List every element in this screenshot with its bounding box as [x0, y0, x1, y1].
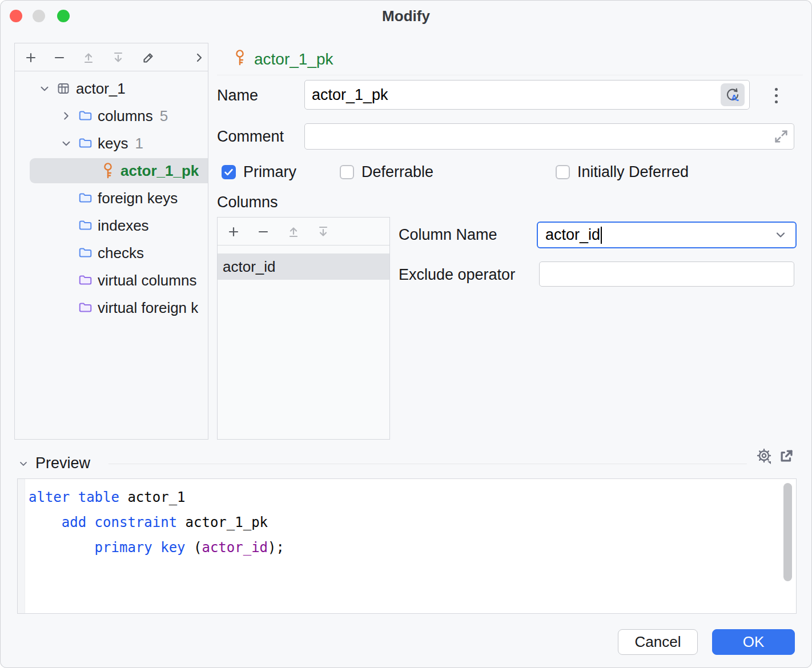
tree-toolbar — [15, 43, 208, 71]
folder-blue-icon — [78, 246, 93, 260]
move-up-icon — [82, 51, 95, 65]
move-up-button[interactable] — [78, 48, 99, 67]
rename-refactor-button[interactable]: A — [721, 83, 745, 106]
sql-code-line: primary key (actor_id); — [29, 535, 284, 560]
move-down-button[interactable] — [313, 222, 333, 242]
scrollbar-thumb[interactable] — [783, 483, 792, 581]
tree-item-actor_1_pk[interactable]: actor_1_pk — [15, 157, 208, 184]
ok-button[interactable]: OK — [712, 629, 795, 655]
tree-item-label: virtual columns — [98, 272, 196, 289]
kebab-menu-button[interactable] — [770, 84, 782, 107]
open-in-editor-icon[interactable] — [777, 448, 795, 466]
add-button[interactable] — [21, 48, 41, 67]
remove-button[interactable] — [253, 222, 274, 242]
object-tree: actor_1columns5keys1actor_1_pkforeign ke… — [15, 75, 208, 439]
minus-icon — [53, 51, 66, 65]
exclude-operator-label: Exclude operator — [399, 266, 515, 284]
folder-purple-icon — [78, 273, 93, 288]
remove-button[interactable] — [49, 48, 70, 67]
gear-settings-icon[interactable] — [755, 448, 774, 467]
add-button[interactable] — [223, 222, 244, 242]
expand-editor-icon[interactable] — [773, 128, 789, 144]
columns-section-label: Columns — [217, 194, 278, 211]
tree-item-label: actor_1_pk — [120, 162, 199, 180]
chevron-down-icon[interactable] — [774, 228, 789, 243]
comment-label: Comment — [217, 128, 284, 146]
tree-item-label: columns — [98, 107, 153, 125]
exclude-operator-input[interactable] — [539, 261, 794, 287]
tree-item-label: checks — [98, 244, 144, 262]
tree-item-virtual-foreign-k[interactable]: virtual foreign k — [15, 294, 208, 321]
tree-item-count: 1 — [135, 135, 143, 152]
tree-item-keys[interactable]: keys1 — [15, 130, 208, 157]
chevron-down-icon[interactable] — [59, 136, 73, 150]
key-icon — [233, 49, 247, 69]
checkbox-label: Initially Deferred — [577, 163, 689, 181]
checkbox-unchecked-icon[interactable] — [556, 165, 570, 179]
modify-dialog: Modify actor_1columns5keys1actor_1_pkfor… — [0, 0, 812, 668]
pencil-icon — [142, 51, 155, 65]
table-icon — [56, 81, 71, 96]
chevron-spacer — [59, 191, 73, 205]
cancel-button[interactable]: Cancel — [618, 629, 698, 655]
columns-list: actor_id — [218, 246, 389, 439]
header-separator — [217, 75, 803, 75]
checkbox-unchecked-icon[interactable] — [340, 165, 354, 179]
key-icon — [101, 163, 115, 178]
object-tree-panel: actor_1columns5keys1actor_1_pkforeign ke… — [14, 43, 208, 440]
tree-item-label: foreign keys — [98, 190, 178, 207]
tree-item-actor_1[interactable]: actor_1 — [15, 75, 208, 102]
titlebar: Modify — [0, 0, 812, 32]
sql-code: alter table actor_1 add constraint actor… — [29, 485, 284, 560]
tree-item-checks[interactable]: checks — [15, 239, 208, 267]
checkbox-checked-icon[interactable] — [222, 165, 236, 179]
checkbox-initially-deferred[interactable]: Initially Deferred — [556, 163, 689, 181]
preview-label: Preview — [35, 454, 90, 472]
checkbox-primary[interactable]: Primary — [222, 163, 296, 181]
columns-list-item[interactable]: actor_id — [218, 253, 389, 280]
move-up-icon — [287, 225, 300, 239]
comment-input[interactable] — [305, 124, 794, 149]
chevron-right-icon — [192, 51, 206, 65]
move-down-icon — [111, 51, 125, 65]
plus-icon — [227, 225, 240, 239]
column-name-value: actor_id — [545, 226, 600, 244]
checkbox-label: Primary — [243, 163, 296, 181]
tree-item-virtual-columns[interactable]: virtual columns — [15, 267, 208, 294]
tree-item-indexes[interactable]: indexes — [15, 212, 208, 239]
folder-blue-icon — [78, 191, 93, 206]
svg-text:A: A — [731, 93, 737, 102]
move-down-button[interactable] — [108, 48, 128, 67]
more-button[interactable] — [189, 48, 210, 67]
plus-icon — [24, 51, 38, 65]
chevron-right-icon[interactable] — [59, 109, 73, 123]
tree-item-label: actor_1 — [76, 80, 126, 98]
move-down-icon — [316, 225, 330, 239]
folder-purple-icon — [78, 300, 93, 315]
chevron-spacer — [59, 246, 73, 260]
tree-item-columns[interactable]: columns5 — [15, 102, 208, 130]
chevron-spacer — [59, 273, 73, 287]
preview-rule — [108, 464, 747, 464]
checkbox-deferrable[interactable]: Deferrable — [340, 163, 433, 181]
edit-button[interactable] — [138, 48, 159, 67]
sql-code-line: alter table actor_1 — [29, 485, 284, 510]
tree-item-label: virtual foreign k — [98, 299, 198, 317]
text-cursor — [601, 227, 602, 244]
sql-preview-editor[interactable]: alter table actor_1 add constraint actor… — [17, 478, 797, 614]
chevron-spacer — [59, 219, 73, 232]
preview-collapse-chevron-icon[interactable] — [17, 458, 30, 470]
columns-toolbar — [218, 218, 389, 246]
move-up-button[interactable] — [283, 222, 304, 242]
chevron-down-icon[interactable] — [38, 82, 51, 95]
folder-blue-icon — [78, 218, 93, 233]
tree-item-label: keys — [98, 135, 128, 152]
minus-icon — [256, 225, 270, 239]
folder-blue-icon — [78, 136, 93, 151]
window-title: Modify — [0, 7, 812, 25]
name-input[interactable] — [304, 80, 750, 110]
tree-item-label: indexes — [98, 217, 149, 235]
tree-item-foreign-keys[interactable]: foreign keys — [15, 184, 208, 212]
column-name-combobox[interactable]: actor_id — [537, 222, 797, 248]
editor-gutter — [18, 479, 25, 613]
